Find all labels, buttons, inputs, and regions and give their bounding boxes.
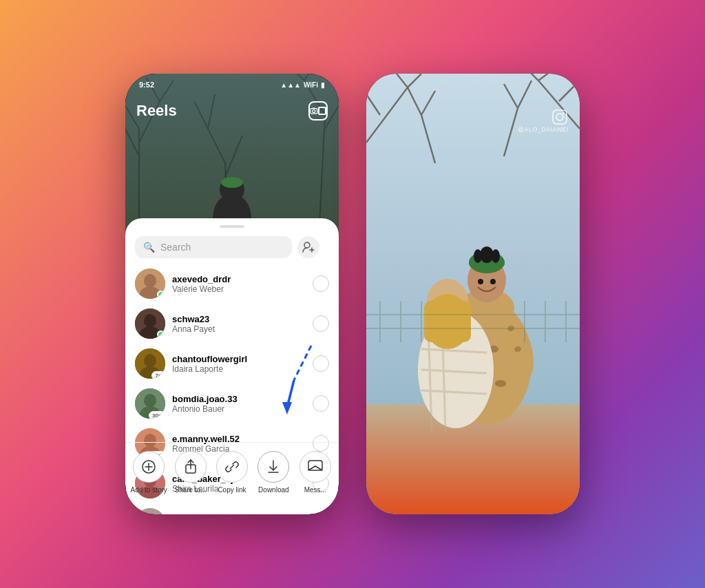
share-to-action[interactable]: Share to... <box>171 451 210 494</box>
svg-point-88 <box>492 249 500 263</box>
instagram-logo <box>552 109 567 127</box>
search-row: 🔍 Search <box>125 236 339 258</box>
svg-rect-99 <box>424 301 471 342</box>
avatar <box>135 508 165 514</box>
svg-point-86 <box>480 246 494 263</box>
select-circle[interactable] <box>313 395 329 412</box>
time-display: 9:52 <box>139 81 154 89</box>
svg-rect-111 <box>553 110 567 124</box>
list-item[interactable]: schwa23 Anna Payet <box>125 304 339 344</box>
select-circle[interactable] <box>313 315 329 332</box>
svg-point-28 <box>144 274 156 288</box>
online-indicator <box>157 291 165 298</box>
svg-point-34 <box>144 354 156 368</box>
add-to-story-button[interactable] <box>133 451 165 483</box>
right-phone: @ALO_DAIANEI <box>366 74 580 514</box>
signal-icon: ▲▲▲ <box>280 81 301 89</box>
contact-display-name: Anna Payet <box>172 324 306 334</box>
list-item[interactable]: kalindi_rainbows <box>125 503 339 514</box>
svg-point-22 <box>313 109 315 112</box>
online-indicator <box>157 330 165 338</box>
svg-point-87 <box>474 249 482 263</box>
list-item[interactable]: 30m bomdia.joao.33 Antonio Bauer <box>125 384 339 423</box>
svg-rect-23 <box>312 107 315 109</box>
add-to-story-action[interactable]: Add to story <box>129 451 168 494</box>
add-to-story-label: Add to story <box>131 486 167 494</box>
avatar <box>135 269 165 299</box>
contact-info: chantouflowergirl Idaira Laporte <box>172 354 306 374</box>
svg-point-37 <box>144 394 156 408</box>
contact-display-name: Antonio Bauer <box>172 404 306 414</box>
select-circle[interactable] <box>313 275 329 292</box>
share-to-button[interactable] <box>175 451 207 483</box>
svg-point-112 <box>556 114 563 120</box>
copy-link-button[interactable] <box>216 451 248 483</box>
search-placeholder: Search <box>160 242 284 253</box>
message-action[interactable]: Mess... <box>296 451 335 494</box>
svg-point-80 <box>495 380 506 387</box>
svg-point-31 <box>144 314 156 328</box>
avatar: 30m <box>135 388 165 419</box>
sheet-handle <box>220 225 244 228</box>
contact-info: bomdia.joao.33 Antonio Bauer <box>172 394 306 414</box>
svg-rect-45 <box>135 508 165 514</box>
contact-display-name: Valérie Weber <box>172 284 306 294</box>
username-tag: @ALO_DAIANEI <box>518 126 569 133</box>
camera-button[interactable] <box>308 101 328 120</box>
list-item[interactable]: 7m chantouflowergirl Idaira Laporte <box>125 344 339 384</box>
avatar: 7m <box>135 348 165 379</box>
contact-info: axevedo_drdr Valérie Weber <box>172 274 306 294</box>
svg-point-24 <box>304 242 310 248</box>
download-action[interactable]: Download <box>254 451 293 494</box>
svg-point-113 <box>562 112 564 114</box>
svg-point-89 <box>478 279 483 284</box>
time-badge: 30m <box>149 411 165 419</box>
message-button[interactable] <box>299 451 331 483</box>
download-label: Download <box>258 486 288 494</box>
time-badge: 7m <box>151 371 165 379</box>
reels-title: Reels <box>136 102 177 120</box>
contact-username: schwa23 <box>172 314 306 324</box>
status-bar: 9:52 ▲▲▲ WiFi ▮ <box>125 74 339 96</box>
search-bar[interactable]: 🔍 Search <box>135 236 292 258</box>
status-icons: ▲▲▲ WiFi ▮ <box>280 81 325 89</box>
hug-photo: @ALO_DAIANEI <box>366 74 580 514</box>
copy-link-label: Copy link <box>218 486 246 494</box>
search-icon: 🔍 <box>143 242 155 253</box>
select-circle[interactable] <box>313 355 329 372</box>
svg-point-90 <box>490 279 496 284</box>
avatar <box>135 308 165 339</box>
download-button[interactable] <box>257 451 289 483</box>
contact-display-name: Idaira Laporte <box>172 364 306 374</box>
svg-point-20 <box>221 177 243 188</box>
contact-username: chantouflowergirl <box>172 354 306 364</box>
contact-username: bomdia.joao.33 <box>172 394 306 404</box>
reels-header: Reels <box>125 96 339 126</box>
contact-info: schwa23 Anna Payet <box>172 314 306 334</box>
message-label: Mess... <box>304 486 326 494</box>
wifi-icon: WiFi <box>304 81 318 89</box>
battery-icon: ▮ <box>321 81 325 89</box>
action-bar: Add to story Share to... <box>125 442 339 494</box>
share-sheet: 🔍 Search <box>125 218 339 514</box>
add-person-button[interactable] <box>297 236 319 258</box>
contact-username: axevedo_drdr <box>172 274 306 284</box>
left-phone: 9:52 ▲▲▲ WiFi ▮ Reels <box>125 74 339 514</box>
list-item[interactable]: axevedo_drdr Valérie Weber <box>125 264 339 304</box>
share-to-label: Share to... <box>175 486 207 494</box>
copy-link-action[interactable]: Copy link <box>213 451 251 494</box>
